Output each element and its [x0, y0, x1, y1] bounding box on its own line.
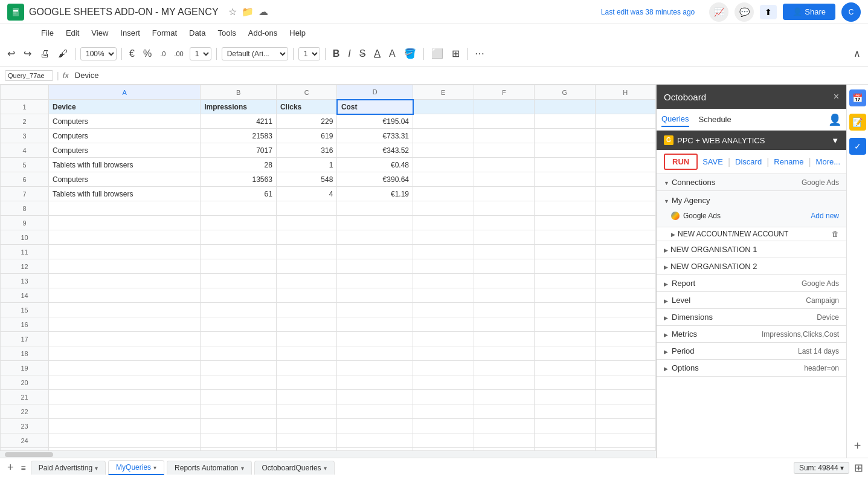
table-cell[interactable]: [337, 390, 413, 404]
menu-format[interactable]: Format: [147, 27, 182, 39]
table-cell[interactable]: [49, 433, 201, 448]
trend-icon[interactable]: 📈: [709, 2, 728, 22]
table-cell[interactable]: Computers: [49, 172, 201, 187]
text-color-button[interactable]: A: [387, 47, 398, 60]
table-cell[interactable]: [535, 172, 596, 187]
table-cell[interactable]: [276, 419, 337, 433]
panel-section-period[interactable]: Period Last 14 days: [657, 343, 846, 360]
print-button[interactable]: 🖨: [37, 47, 52, 60]
table-cell[interactable]: [474, 114, 535, 129]
col-header-h[interactable]: H: [595, 85, 656, 100]
table-cell[interactable]: [474, 390, 535, 404]
table-cell[interactable]: [474, 303, 535, 317]
table-cell[interactable]: [413, 259, 474, 274]
col-header-c[interactable]: C: [276, 85, 337, 100]
table-cell[interactable]: [201, 274, 277, 288]
insert-sheet-button[interactable]: ⊞: [854, 461, 863, 475]
row-number[interactable]: 16: [1, 317, 49, 332]
table-cell[interactable]: Computers: [49, 129, 201, 143]
table-cell[interactable]: [595, 375, 656, 390]
table-cell[interactable]: [535, 201, 596, 216]
menu-data[interactable]: Data: [184, 27, 210, 39]
save-to-drive-icon[interactable]: ⬆: [760, 5, 777, 19]
table-cell[interactable]: [413, 390, 474, 404]
panel-close-button[interactable]: ×: [834, 91, 839, 102]
horizontal-scrollbar[interactable]: [0, 450, 656, 458]
table-cell[interactable]: [337, 230, 413, 245]
menu-insert[interactable]: Insert: [115, 27, 145, 39]
table-cell[interactable]: Cost: [337, 100, 413, 114]
row-number[interactable]: 5: [1, 158, 49, 172]
table-cell[interactable]: [201, 361, 277, 375]
row-number[interactable]: 3: [1, 129, 49, 143]
new-account-row[interactable]: NEW ACCOUNT/NEW ACCOUNT 🗑: [657, 227, 846, 241]
table-cell[interactable]: 61: [201, 187, 277, 201]
col-header-a[interactable]: A: [49, 85, 201, 100]
table-cell[interactable]: [535, 100, 596, 114]
table-cell[interactable]: [413, 361, 474, 375]
comment-icon[interactable]: 💬: [735, 2, 754, 22]
table-cell[interactable]: [595, 404, 656, 419]
cloud-icon[interactable]: ☁: [259, 6, 268, 18]
tab-octoboard-arrow[interactable]: ▾: [324, 465, 327, 472]
table-cell[interactable]: [276, 390, 337, 404]
table-cell[interactable]: [595, 433, 656, 448]
table-cell[interactable]: [535, 390, 596, 404]
panel-section-level[interactable]: Level Campaign: [657, 292, 846, 309]
table-cell[interactable]: [413, 201, 474, 216]
new-org-2-row[interactable]: NEW ORGANISATION 2: [657, 258, 846, 275]
table-cell[interactable]: [474, 172, 535, 187]
table-cell[interactable]: [276, 361, 337, 375]
table-cell[interactable]: 13563: [201, 172, 277, 187]
table-cell[interactable]: [49, 259, 201, 274]
sum-dropdown[interactable]: ▾: [840, 464, 844, 472]
table-cell[interactable]: €390.64: [337, 172, 413, 187]
table-cell[interactable]: [535, 317, 596, 332]
table-cell[interactable]: [595, 230, 656, 245]
table-cell[interactable]: [474, 129, 535, 143]
table-cell[interactable]: [595, 129, 656, 143]
table-cell[interactable]: [201, 317, 277, 332]
table-cell[interactable]: [474, 216, 535, 230]
row-number[interactable]: 2: [1, 114, 49, 129]
add-side-panel-button[interactable]: +: [854, 439, 861, 453]
row-number[interactable]: 11: [1, 245, 49, 259]
table-cell[interactable]: [413, 317, 474, 332]
table-cell[interactable]: [413, 100, 474, 114]
table-cell[interactable]: [201, 404, 277, 419]
table-cell[interactable]: [595, 201, 656, 216]
currency-button[interactable]: €: [127, 47, 137, 60]
spreadsheet-scroll[interactable]: A B C D E F G H 1DeviceImpressionsClicks…: [0, 85, 656, 450]
decimal-up-button[interactable]: .00: [172, 49, 185, 59]
table-cell[interactable]: [595, 216, 656, 230]
table-cell[interactable]: [201, 259, 277, 274]
table-cell[interactable]: [337, 303, 413, 317]
table-cell[interactable]: Computers: [49, 143, 201, 158]
row-number[interactable]: 18: [1, 346, 49, 361]
col-header-f[interactable]: F: [474, 85, 535, 100]
table-cell[interactable]: [535, 332, 596, 346]
table-cell[interactable]: [337, 419, 413, 433]
table-cell[interactable]: [474, 259, 535, 274]
table-cell[interactable]: [413, 187, 474, 201]
table-cell[interactable]: [337, 201, 413, 216]
table-cell[interactable]: [201, 245, 277, 259]
table-cell[interactable]: 619: [276, 129, 337, 143]
col-header-g[interactable]: G: [535, 85, 596, 100]
table-cell[interactable]: [535, 303, 596, 317]
calendar-side-icon[interactable]: 📅: [849, 89, 866, 106]
run-button[interactable]: RUN: [664, 154, 698, 170]
table-cell[interactable]: [201, 346, 277, 361]
table-cell[interactable]: [413, 346, 474, 361]
table-cell[interactable]: [276, 259, 337, 274]
table-cell[interactable]: [276, 274, 337, 288]
decimal-down-button[interactable]: .0: [158, 49, 168, 59]
table-cell[interactable]: 548: [276, 172, 337, 187]
add-new-link[interactable]: Add new: [811, 212, 839, 220]
sheet-menu-button[interactable]: ≡: [19, 463, 28, 473]
table-cell[interactable]: [474, 288, 535, 303]
table-cell[interactable]: [595, 143, 656, 158]
table-cell[interactable]: [337, 375, 413, 390]
table-cell[interactable]: Tablets with full browsers: [49, 158, 201, 172]
table-cell[interactable]: [413, 288, 474, 303]
